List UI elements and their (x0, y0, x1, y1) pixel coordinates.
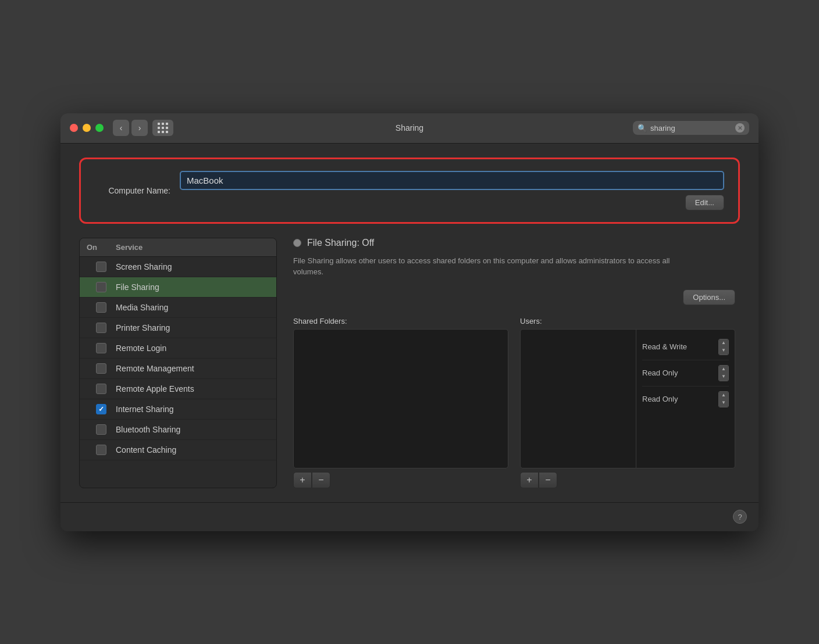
checkbox-remote-apple-events[interactable] (96, 384, 106, 394)
close-button[interactable] (70, 124, 78, 132)
status-dot (293, 239, 301, 247)
service-item-remote-login[interactable]: Remote Login (80, 338, 276, 359)
checkbox-remote-management[interactable] (96, 363, 106, 374)
computer-name-section: Computer Name: Edit... (79, 158, 740, 224)
detail-status: File Sharing: Off (293, 238, 740, 248)
col-on-header: On (87, 243, 116, 252)
stepper-down-2[interactable]: ▼ (719, 399, 728, 407)
edit-button[interactable]: Edit... (685, 195, 724, 210)
edit-btn-wrap: Edit... (180, 195, 724, 210)
search-input[interactable] (650, 124, 732, 133)
col-service-header: Service (116, 243, 143, 252)
checkbox-media-sharing[interactable] (96, 302, 106, 313)
users-remove-button[interactable]: − (539, 472, 557, 488)
grid-button[interactable] (152, 120, 173, 136)
options-btn-wrap: Options... (293, 289, 735, 305)
service-label-printer-sharing: Printer Sharing (116, 323, 170, 332)
service-label-remote-apple-events: Remote Apple Events (116, 384, 194, 393)
service-label-remote-management: Remote Management (116, 364, 194, 373)
checkbox-printer-sharing[interactable] (96, 323, 106, 333)
back-button[interactable]: ‹ (113, 120, 129, 136)
computer-name-input[interactable] (180, 171, 724, 190)
service-item-content-caching[interactable]: Content Caching (80, 440, 276, 460)
service-item-internet-sharing[interactable]: Internet Sharing (80, 399, 276, 420)
options-button[interactable]: Options... (683, 289, 735, 305)
users-list[interactable] (520, 329, 636, 468)
stepper-up-2[interactable]: ▲ (719, 392, 728, 399)
permission-label-1: Read Only (642, 368, 678, 377)
bottom-bar: ? (60, 502, 759, 531)
help-button[interactable]: ? (733, 510, 747, 524)
folder-add-button[interactable]: + (293, 472, 312, 488)
permission-item-2: Read Only ▲ ▼ (642, 387, 729, 412)
checkbox-screen-sharing[interactable] (96, 262, 106, 272)
permission-label-0: Read & Write (642, 342, 687, 351)
users-label: Users: (520, 317, 735, 325)
service-item-remote-apple-events[interactable]: Remote Apple Events (80, 379, 276, 399)
status-title: File Sharing: Off (307, 238, 374, 248)
detail-description: File Sharing allows other users to acces… (293, 255, 700, 278)
service-label-content-caching: Content Caching (116, 445, 176, 455)
folder-remove-button[interactable]: − (312, 472, 330, 488)
main-panel: On Service Screen Sharing File Sharing M… (79, 238, 740, 488)
titlebar: ‹ › Sharing 🔍 ✕ (60, 113, 759, 144)
grid-icon (158, 123, 168, 133)
stepper-2[interactable]: ▲ ▼ (718, 391, 729, 407)
maximize-button[interactable] (95, 124, 104, 132)
service-item-printer-sharing[interactable]: Printer Sharing (80, 318, 276, 338)
permission-item-0: Read & Write ▲ ▼ (642, 334, 729, 360)
folders-users: Shared Folders: + − Users: (293, 317, 735, 488)
service-label-screen-sharing: Screen Sharing (116, 262, 172, 271)
service-list: On Service Screen Sharing File Sharing M… (79, 238, 277, 488)
search-icon: 🔍 (638, 124, 647, 133)
service-label-internet-sharing: Internet Sharing (116, 405, 174, 414)
computer-name-label: Computer Name: (95, 186, 170, 195)
stepper-down-1[interactable]: ▼ (719, 373, 728, 381)
forward-button[interactable]: › (131, 120, 148, 136)
minimize-button[interactable] (83, 124, 91, 132)
detail-panel: File Sharing: Off File Sharing allows ot… (277, 238, 740, 488)
permission-item-1: Read Only ▲ ▼ (642, 360, 729, 387)
checkbox-internet-sharing[interactable] (96, 404, 106, 414)
system-preferences-window: ‹ › Sharing 🔍 ✕ Computer Name: (60, 113, 759, 531)
service-label-media-sharing: Media Sharing (116, 303, 168, 312)
users-add-button[interactable]: + (520, 472, 539, 488)
service-item-file-sharing[interactable]: File Sharing (80, 277, 276, 298)
service-label-file-sharing: File Sharing (116, 282, 159, 292)
checkbox-file-sharing[interactable] (96, 282, 106, 292)
stepper-0[interactable]: ▲ ▼ (718, 339, 729, 355)
checkbox-bluetooth-sharing[interactable] (96, 424, 106, 435)
folder-section: Shared Folders: + − (293, 317, 508, 488)
stepper-1[interactable]: ▲ ▼ (718, 365, 729, 381)
shared-folders-label: Shared Folders: (293, 317, 508, 325)
permission-label-2: Read Only (642, 395, 678, 403)
service-label-remote-login: Remote Login (116, 344, 166, 353)
service-item-screen-sharing[interactable]: Screen Sharing (80, 257, 276, 277)
search-box: 🔍 ✕ (633, 121, 749, 135)
search-clear-button[interactable]: ✕ (735, 123, 745, 133)
checkbox-remote-login[interactable] (96, 343, 106, 353)
service-item-remote-management[interactable]: Remote Management (80, 359, 276, 379)
users-permissions: Read & Write ▲ ▼ Read Only ▲ (636, 329, 735, 468)
computer-name-field-wrap: Edit... (180, 171, 724, 210)
service-list-header: On Service (80, 238, 276, 257)
shared-folders-list[interactable] (293, 329, 508, 468)
users-section: Users: Read & Write ▲ ▼ (520, 317, 735, 488)
nav-buttons: ‹ › (113, 120, 173, 136)
users-row: Read & Write ▲ ▼ Read Only ▲ (520, 329, 735, 468)
folder-add-remove: + − (293, 472, 508, 488)
stepper-up-1[interactable]: ▲ (719, 366, 728, 373)
window-title: Sharing (396, 123, 423, 133)
users-add-remove: + − (520, 472, 735, 488)
traffic-lights (70, 124, 104, 132)
service-label-bluetooth-sharing: Bluetooth Sharing (116, 425, 180, 434)
service-item-media-sharing[interactable]: Media Sharing (80, 298, 276, 318)
stepper-up-0[interactable]: ▲ (719, 339, 728, 347)
service-item-bluetooth-sharing[interactable]: Bluetooth Sharing (80, 420, 276, 440)
checkbox-content-caching[interactable] (96, 445, 106, 455)
content-area: Computer Name: Edit... On Service Screen… (60, 144, 759, 502)
stepper-down-0[interactable]: ▼ (719, 347, 728, 355)
